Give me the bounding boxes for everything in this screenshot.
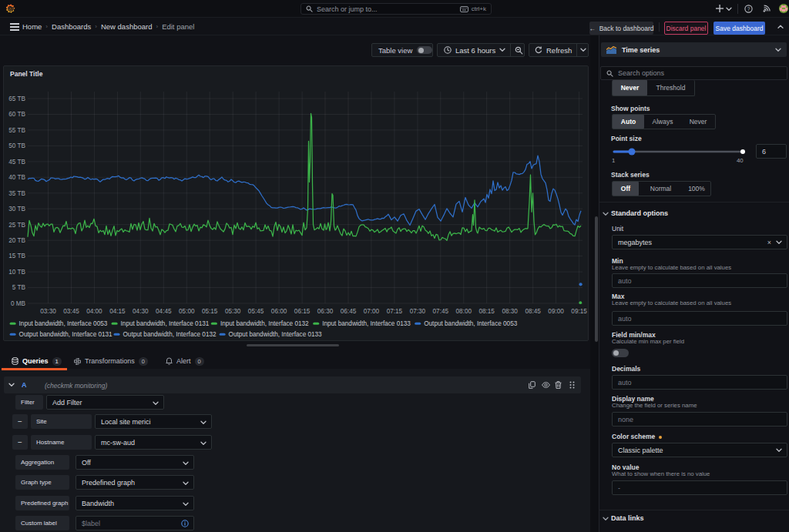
svg-text:06:15: 06:15 bbox=[294, 308, 311, 315]
svg-text:Output bandwidth, Interface 01: Output bandwidth, Interface 0132 bbox=[123, 331, 217, 338]
svg-text:25 TB: 25 TB bbox=[8, 222, 25, 229]
svg-text:07:00: 07:00 bbox=[364, 308, 380, 315]
svg-text:08:15: 08:15 bbox=[478, 308, 495, 315]
svg-text:Output bandwidth, Interface 00: Output bandwidth, Interface 0053 bbox=[424, 320, 518, 327]
svg-text:0 MB: 0 MB bbox=[11, 300, 26, 307]
svg-text:20 TB: 20 TB bbox=[8, 237, 25, 244]
svg-text:Input bandwidth, Interface 005: Input bandwidth, Interface 0053 bbox=[19, 320, 108, 327]
svg-text:07:45: 07:45 bbox=[433, 308, 449, 315]
svg-text:Input bandwidth, Interface 013: Input bandwidth, Interface 0131 bbox=[121, 320, 210, 327]
svg-text:60 TB: 60 TB bbox=[8, 111, 25, 118]
svg-text:Output bandwidth, Interface 01: Output bandwidth, Interface 0133 bbox=[229, 331, 323, 338]
svg-text:08:30: 08:30 bbox=[502, 308, 518, 315]
svg-text:50 TB: 50 TB bbox=[8, 142, 25, 149]
svg-text:Input bandwidth, Interface 013: Input bandwidth, Interface 0132 bbox=[220, 320, 309, 327]
svg-text:08:00: 08:00 bbox=[456, 308, 472, 315]
svg-text:07:15: 07:15 bbox=[387, 308, 403, 315]
svg-text:35 TB: 35 TB bbox=[8, 190, 25, 197]
svg-text:06:30: 06:30 bbox=[317, 308, 334, 315]
svg-text:09:00: 09:00 bbox=[548, 308, 564, 315]
svg-text:04:00: 04:00 bbox=[86, 308, 102, 315]
svg-text:06:45: 06:45 bbox=[341, 308, 357, 315]
svg-text:04:45: 04:45 bbox=[156, 308, 172, 315]
svg-text:08:45: 08:45 bbox=[525, 308, 541, 315]
svg-text:03:45: 03:45 bbox=[63, 308, 79, 315]
svg-text:05:15: 05:15 bbox=[202, 308, 218, 315]
svg-text:10 TB: 10 TB bbox=[8, 269, 25, 276]
svg-text:06:00: 06:00 bbox=[271, 308, 287, 315]
svg-text:40 TB: 40 TB bbox=[8, 174, 25, 181]
svg-text:07:30: 07:30 bbox=[410, 308, 426, 315]
svg-text:?: ? bbox=[747, 5, 750, 11]
svg-text:05:45: 05:45 bbox=[248, 308, 264, 315]
svg-text:65 TB: 65 TB bbox=[8, 95, 25, 102]
svg-text:05:30: 05:30 bbox=[225, 308, 241, 315]
svg-text:Output bandwidth, Interface 01: Output bandwidth, Interface 0131 bbox=[19, 331, 113, 338]
svg-text:03:30: 03:30 bbox=[40, 308, 56, 315]
svg-text:04:30: 04:30 bbox=[133, 308, 149, 315]
svg-text:04:15: 04:15 bbox=[109, 308, 126, 315]
svg-text:55 TB: 55 TB bbox=[8, 127, 25, 134]
svg-text:45 TB: 45 TB bbox=[8, 159, 25, 166]
svg-text:05:00: 05:00 bbox=[179, 308, 195, 315]
svg-text:30 TB: 30 TB bbox=[8, 206, 25, 212]
svg-text:Input bandwidth, Interface 013: Input bandwidth, Interface 0133 bbox=[322, 320, 411, 327]
svg-text:09:15: 09:15 bbox=[571, 308, 587, 315]
svg-text:5 TB: 5 TB bbox=[12, 284, 26, 291]
svg-text:15 TB: 15 TB bbox=[8, 253, 25, 259]
